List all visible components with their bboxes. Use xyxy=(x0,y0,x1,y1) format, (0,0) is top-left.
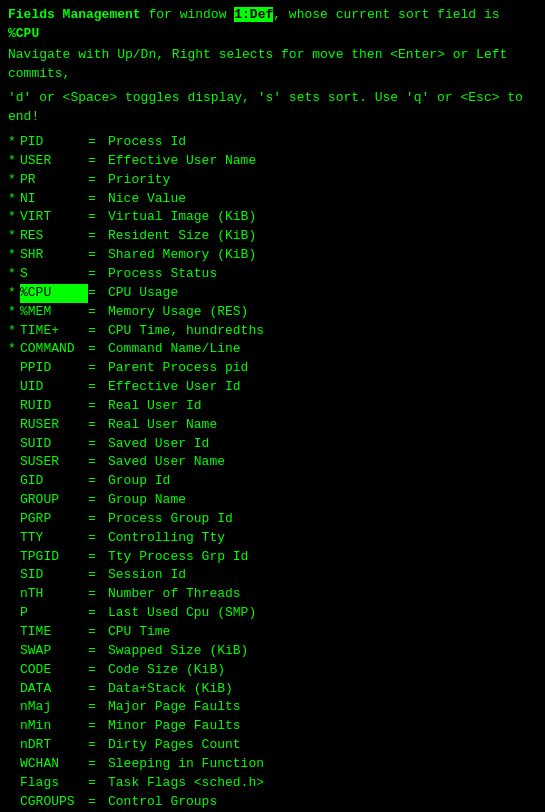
field-description: Process Group Id xyxy=(108,510,233,529)
field-active-indicator: * xyxy=(8,208,20,227)
field-name: SID xyxy=(20,566,88,585)
field-name: CGROUPS xyxy=(20,793,88,812)
field-equals: = xyxy=(88,378,108,397)
table-row: *PR = Priority xyxy=(8,171,537,190)
field-equals: = xyxy=(88,171,108,190)
field-equals: = xyxy=(88,793,108,812)
field-equals: = xyxy=(88,472,108,491)
table-row: *COMMAND= Command Name/Line xyxy=(8,340,537,359)
field-name: GID xyxy=(20,472,88,491)
field-description: Controlling Tty xyxy=(108,529,225,548)
field-name: CODE xyxy=(20,661,88,680)
field-equals: = xyxy=(88,585,108,604)
table-row: RUSER = Real User Name xyxy=(8,416,537,435)
table-row: TTY = Controlling Tty xyxy=(8,529,537,548)
table-row: *TIME+ = CPU Time, hundredths xyxy=(8,322,537,341)
header-line: Fields Management for window 1:Def, whos… xyxy=(8,6,537,44)
field-equals: = xyxy=(88,548,108,567)
field-equals: = xyxy=(88,755,108,774)
field-description: Minor Page Faults xyxy=(108,717,241,736)
field-description: Last Used Cpu (SMP) xyxy=(108,604,256,623)
table-row: Flags = Task Flags <sched.h> xyxy=(8,774,537,793)
table-row: CGROUPS= Control Groups xyxy=(8,793,537,812)
field-equals: = xyxy=(88,435,108,454)
field-equals: = xyxy=(88,133,108,152)
field-active-indicator: * xyxy=(8,171,20,190)
field-name: TTY xyxy=(20,529,88,548)
field-equals: = xyxy=(88,322,108,341)
nav-line-2: 'd' or <Space> toggles display, 's' sets… xyxy=(8,89,537,127)
field-equals: = xyxy=(88,623,108,642)
field-description: Effective User Name xyxy=(108,152,256,171)
field-description: Effective User Id xyxy=(108,378,241,397)
field-name: RUID xyxy=(20,397,88,416)
table-row: WCHAN = Sleeping in Function xyxy=(8,755,537,774)
table-row: nDRT = Dirty Pages Count xyxy=(8,736,537,755)
field-description: Command Name/Line xyxy=(108,340,241,359)
field-equals: = xyxy=(88,284,108,303)
field-equals: = xyxy=(88,680,108,699)
table-row: *NI = Nice Value xyxy=(8,190,537,209)
field-name: P xyxy=(20,604,88,623)
field-description: Group Id xyxy=(108,472,170,491)
field-equals: = xyxy=(88,359,108,378)
field-name: PPID xyxy=(20,359,88,378)
field-description: Task Flags <sched.h> xyxy=(108,774,264,793)
field-equals: = xyxy=(88,510,108,529)
table-row: *RES = Resident Size (KiB) xyxy=(8,227,537,246)
field-description: Control Groups xyxy=(108,793,217,812)
field-name: SHR xyxy=(20,246,88,265)
field-equals: = xyxy=(88,717,108,736)
field-description: Real User Id xyxy=(108,397,202,416)
sort-field: %CPU xyxy=(8,26,39,41)
field-name: S xyxy=(20,265,88,284)
field-equals: = xyxy=(88,661,108,680)
field-active-indicator: * xyxy=(8,340,20,359)
field-name: TPGID xyxy=(20,548,88,567)
field-description: Swapped Size (KiB) xyxy=(108,642,248,661)
field-active-indicator: * xyxy=(8,265,20,284)
field-description: Major Page Faults xyxy=(108,698,241,717)
table-row: P = Last Used Cpu (SMP) xyxy=(8,604,537,623)
table-row: GID = Group Id xyxy=(8,472,537,491)
table-row: CODE = Code Size (KiB) xyxy=(8,661,537,680)
table-row: *S = Process Status xyxy=(8,265,537,284)
field-description: Virtual Image (KiB) xyxy=(108,208,256,227)
field-description: Process Id xyxy=(108,133,186,152)
table-row: nTH = Number of Threads xyxy=(8,585,537,604)
field-name: COMMAND xyxy=(20,340,88,359)
field-equals: = xyxy=(88,190,108,209)
field-active-indicator: * xyxy=(8,303,20,322)
field-equals: = xyxy=(88,152,108,171)
field-description: Memory Usage (RES) xyxy=(108,303,248,322)
field-description: Shared Memory (KiB) xyxy=(108,246,256,265)
table-row: PPID = Parent Process pid xyxy=(8,359,537,378)
table-row: *VIRT = Virtual Image (KiB) xyxy=(8,208,537,227)
field-equals: = xyxy=(88,774,108,793)
field-equals: = xyxy=(88,265,108,284)
field-equals: = xyxy=(88,698,108,717)
field-description: Process Status xyxy=(108,265,217,284)
field-description: Real User Name xyxy=(108,416,217,435)
field-name: NI xyxy=(20,190,88,209)
table-row: PGRP = Process Group Id xyxy=(8,510,537,529)
field-description: CPU Time, hundredths xyxy=(108,322,264,341)
field-description: Group Name xyxy=(108,491,186,510)
field-name: nMaj xyxy=(20,698,88,717)
field-description: CPU Usage xyxy=(108,284,178,303)
field-description: Number of Threads xyxy=(108,585,241,604)
field-name: TIME+ xyxy=(20,322,88,341)
table-row: SUSER = Saved User Name xyxy=(8,453,537,472)
field-active-indicator: * xyxy=(8,133,20,152)
field-equals: = xyxy=(88,453,108,472)
header-middle: for window xyxy=(141,7,235,22)
field-equals: = xyxy=(88,642,108,661)
field-description: Saved User Name xyxy=(108,453,225,472)
table-row: SUID = Saved User Id xyxy=(8,435,537,454)
field-description: Tty Process Grp Id xyxy=(108,548,248,567)
table-row: nMin = Minor Page Faults xyxy=(8,717,537,736)
field-equals: = xyxy=(88,529,108,548)
field-name: nTH xyxy=(20,585,88,604)
field-name: UID xyxy=(20,378,88,397)
table-row: GROUP = Group Name xyxy=(8,491,537,510)
